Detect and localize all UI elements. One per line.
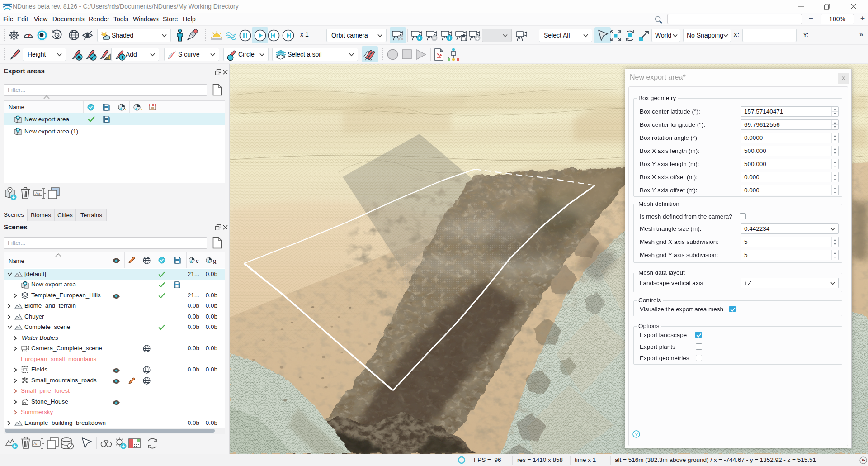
svg-text:?: ? xyxy=(635,432,638,437)
svg-text:Aa: Aa xyxy=(35,191,40,196)
svg-text:Aa: Aa xyxy=(33,442,38,446)
